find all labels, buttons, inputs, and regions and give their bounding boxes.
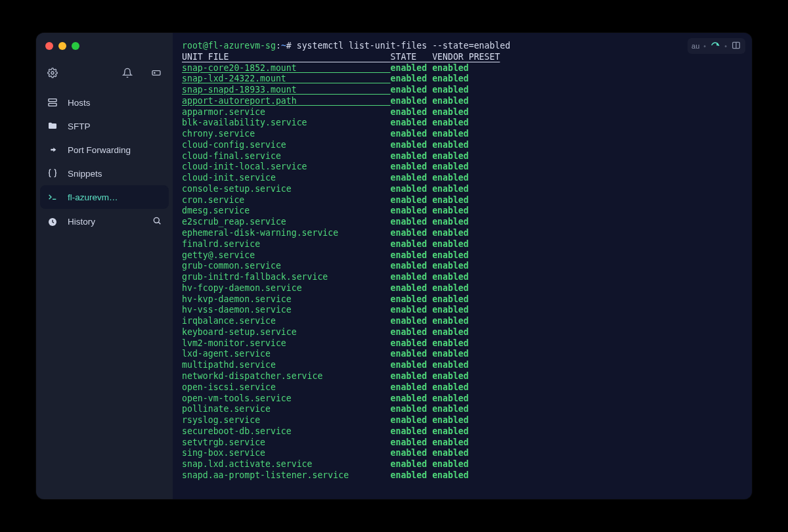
braces-icon — [47, 168, 58, 179]
sidebar-item-label: SFTP — [68, 122, 91, 131]
gear-icon[interactable] — [47, 67, 58, 79]
window-controls — [36, 39, 173, 62]
close-icon[interactable] — [45, 42, 53, 50]
terminal-pane[interactable]: root@fl-azurevm-sg:~# systemctl list-uni… — [173, 33, 752, 499]
svg-point-2 — [154, 72, 155, 73]
folder-icon — [47, 121, 58, 131]
svg-point-0 — [51, 72, 54, 74]
clock-icon — [47, 217, 58, 227]
search-icon[interactable] — [152, 215, 162, 228]
sidebar-item-label: Hosts — [68, 98, 91, 108]
sidebar: Hosts SFTP Port Forwarding Snippets fl-a… — [36, 33, 173, 499]
topbar-sep2: • — [724, 42, 727, 50]
server-icon — [47, 97, 58, 108]
sidebar-item-label: Snippets — [68, 169, 102, 179]
svg-rect-4 — [49, 103, 56, 106]
bell-icon[interactable] — [121, 67, 133, 79]
sidebar-item-hosts[interactable]: Hosts — [36, 91, 173, 114]
split-icon[interactable] — [731, 40, 741, 52]
sidebar-toolbar — [36, 62, 173, 88]
terminal-window: Hosts SFTP Port Forwarding Snippets fl-a… — [36, 33, 752, 499]
sidebar-item-label: History — [68, 217, 95, 227]
svg-rect-1 — [152, 71, 160, 76]
sidebar-item-snippets[interactable]: Snippets — [36, 162, 173, 185]
sidebar-nav: Hosts SFTP Port Forwarding Snippets fl-a… — [36, 88, 173, 237]
topbar-controls: au • • — [688, 38, 745, 54]
sidebar-item-history[interactable]: History — [36, 209, 173, 234]
sidebar-item-session[interactable]: fl-azurevm… — [40, 185, 169, 209]
topbar-au-label: au — [691, 42, 699, 50]
topbar-sep: • — [703, 42, 706, 50]
key-icon[interactable] — [150, 67, 162, 79]
sidebar-item-label: Port Forwarding — [68, 145, 131, 155]
share-icon[interactable] — [710, 40, 720, 52]
sidebar-item-portfwd[interactable]: Port Forwarding — [36, 138, 173, 162]
svg-rect-3 — [49, 99, 56, 102]
forward-icon — [47, 144, 58, 155]
terminal-prompt-icon — [47, 192, 58, 202]
minimize-icon[interactable] — [58, 42, 66, 50]
svg-line-8 — [158, 222, 160, 224]
maximize-icon[interactable] — [72, 42, 79, 50]
svg-point-7 — [154, 217, 159, 223]
sidebar-item-sftp[interactable]: SFTP — [36, 114, 173, 138]
sidebar-item-label: fl-azurevm… — [68, 192, 118, 202]
